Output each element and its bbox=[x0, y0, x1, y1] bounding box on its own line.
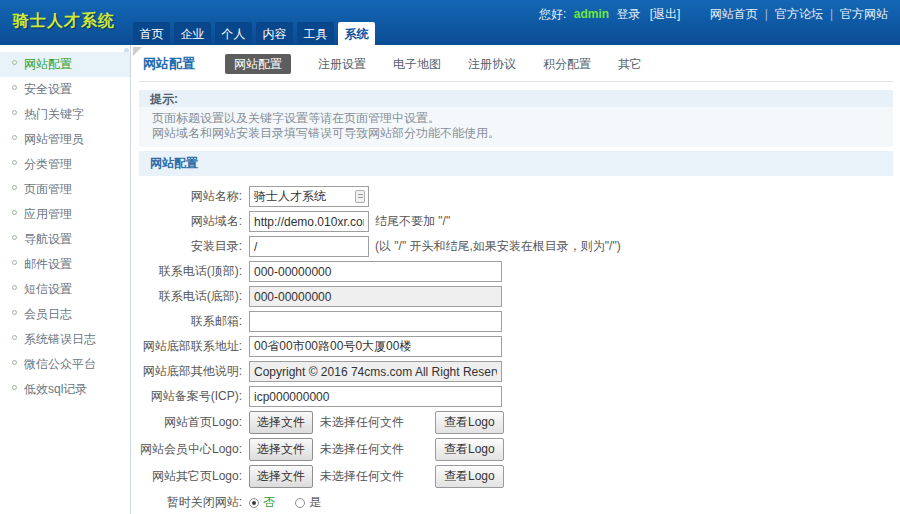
sidebar-item-3[interactable]: 热门关键字 bbox=[0, 102, 130, 127]
form-row-footer-note: 网站底部其他说明: bbox=[139, 361, 893, 382]
site-domain-input[interactable] bbox=[249, 211, 369, 232]
sidebar-item-14[interactable]: 低效sql记录 bbox=[0, 377, 130, 402]
sidebar-item-2[interactable]: 安全设置 bbox=[0, 77, 130, 102]
top-link-3[interactable]: 官方网站 bbox=[840, 7, 888, 21]
content-tab-1[interactable]: 网站配置 bbox=[225, 54, 291, 74]
site-closed-radio-button-1[interactable] bbox=[249, 498, 259, 508]
icp-number-input[interactable] bbox=[249, 386, 502, 407]
content-tabs: 网站配置注册设置电子地图注册协议积分配置其它 bbox=[225, 56, 669, 73]
content-tab-5[interactable]: 积分配置 bbox=[543, 57, 591, 71]
content-tab-6[interactable]: 其它 bbox=[618, 57, 642, 71]
site-closed-radio-label-2: 是 bbox=[309, 494, 321, 511]
install-dir-input[interactable] bbox=[249, 236, 369, 257]
sidebar-item-label: 短信设置 bbox=[24, 282, 72, 296]
sidebar-item-11[interactable]: 会员日志 bbox=[0, 302, 130, 327]
home-logo-view-logo-button[interactable]: 查看Logo bbox=[435, 411, 504, 434]
member-logo-view-logo-button[interactable]: 查看Logo bbox=[435, 438, 504, 461]
bullet-icon bbox=[12, 85, 17, 90]
sidebar-item-4[interactable]: 网站管理员 bbox=[0, 127, 130, 152]
top-link-1[interactable]: 网站首页 bbox=[710, 7, 758, 21]
site-name-input[interactable] bbox=[249, 186, 369, 207]
site-domain-input-wrap bbox=[249, 211, 369, 232]
nav-tab-4[interactable]: 内容 bbox=[256, 22, 293, 45]
contact-email-input[interactable] bbox=[249, 311, 502, 332]
form-row-phone-bottom: 联系电话(底部): bbox=[139, 286, 893, 307]
site-closed-radio-option-2[interactable]: 是 bbox=[295, 494, 321, 511]
notice-box: 提示: 页面标题设置以及关键字设置等请在页面管理中设置。网站域名和网站安装目录填… bbox=[139, 90, 893, 147]
corner-fold-icon bbox=[133, 47, 142, 56]
phone-top-input[interactable] bbox=[249, 261, 502, 282]
body: 网站配置安全设置热门关键字网站管理员分类管理页面管理应用管理导航设置邮件设置短信… bbox=[0, 45, 900, 514]
form-row-site-domain: 网站域名:结尾不要加 "/" bbox=[139, 211, 893, 232]
login-link[interactable]: 登录 bbox=[616, 7, 640, 21]
nav-tab-5[interactable]: 工具 bbox=[297, 22, 334, 45]
user-bar: 您好: admin 登录 [退出] 网站首页|官方论坛|官方网站 bbox=[539, 6, 888, 23]
app-header: 骑士人才系统 您好: admin 登录 [退出] 网站首页|官方论坛|官方网站 … bbox=[0, 0, 900, 45]
sidebar: 网站配置安全设置热门关键字网站管理员分类管理页面管理应用管理导航设置邮件设置短信… bbox=[0, 45, 131, 514]
other-logo-file-status: 未选择任何文件 bbox=[320, 468, 404, 485]
sidebar-item-5[interactable]: 分类管理 bbox=[0, 152, 130, 177]
page: 骑士人才系统 您好: admin 登录 [退出] 网站首页|官方论坛|官方网站 … bbox=[0, 0, 900, 514]
sidebar-item-13[interactable]: 微信公众平台 bbox=[0, 352, 130, 377]
other-logo-view-logo-button[interactable]: 查看Logo bbox=[435, 465, 504, 488]
site-closed-radio-option-1[interactable]: 否 bbox=[249, 494, 275, 511]
form-row-site-name: 网站名称: bbox=[139, 186, 893, 207]
nav-tab-3[interactable]: 个人 bbox=[215, 22, 252, 45]
member-logo-label: 网站会员中心Logo: bbox=[139, 441, 242, 458]
title-bar: 网站配置 网站配置注册设置电子地图注册协议积分配置其它 bbox=[139, 49, 893, 82]
content-tab-4[interactable]: 注册协议 bbox=[468, 57, 516, 71]
phone-bottom-input[interactable] bbox=[249, 286, 502, 307]
footer-note-input[interactable] bbox=[249, 361, 502, 382]
nav-tab-1[interactable]: 首页 bbox=[133, 22, 170, 45]
app-logo[interactable]: 骑士人才系统 bbox=[13, 11, 115, 32]
link-separator: | bbox=[830, 7, 833, 21]
footer-address-input[interactable] bbox=[249, 336, 502, 357]
sidebar-item-8[interactable]: 导航设置 bbox=[0, 227, 130, 252]
site-closed-radio-label-1: 否 bbox=[263, 494, 275, 511]
sidebar-item-9[interactable]: 邮件设置 bbox=[0, 252, 130, 277]
member-logo-choose-file-button[interactable]: 选择文件 bbox=[249, 438, 313, 461]
bullet-icon bbox=[12, 60, 17, 65]
contact-email-input-wrap bbox=[249, 311, 502, 332]
nav-tab-2[interactable]: 企业 bbox=[174, 22, 211, 45]
site-links: 网站首页|官方论坛|官方网站 bbox=[710, 7, 888, 21]
form-row-icp-number: 网站备案号(ICP): bbox=[139, 386, 893, 407]
input-addon-icon bbox=[355, 190, 365, 203]
other-logo-choose-file-button[interactable]: 选择文件 bbox=[249, 465, 313, 488]
content-tab-3[interactable]: 电子地图 bbox=[393, 57, 441, 71]
sidebar-item-7[interactable]: 应用管理 bbox=[0, 202, 130, 227]
bullet-icon bbox=[12, 310, 17, 315]
sidebar-item-label: 系统错误日志 bbox=[24, 332, 96, 346]
bullet-icon bbox=[12, 185, 17, 190]
form-row-footer-address: 网站底部联系地址: bbox=[139, 336, 893, 357]
sidebar-item-6[interactable]: 页面管理 bbox=[0, 177, 130, 202]
form-row-install-dir: 安装目录:(以 "/" 开头和结尾,如果安装在根目录，则为"/") bbox=[139, 236, 893, 257]
sidebar-item-10[interactable]: 短信设置 bbox=[0, 277, 130, 302]
config-form: 网站名称:网站域名:结尾不要加 "/"安装目录:(以 "/" 开头和结尾,如果安… bbox=[139, 176, 893, 514]
bullet-icon bbox=[12, 260, 17, 265]
home-logo-label: 网站首页Logo: bbox=[139, 414, 242, 431]
site-closed-label: 暂时关闭网站: bbox=[139, 494, 242, 511]
top-link-2[interactable]: 官方论坛 bbox=[775, 7, 823, 21]
sidebar-item-label: 网站管理员 bbox=[24, 132, 84, 146]
sidebar-item-label: 导航设置 bbox=[24, 232, 72, 246]
sidebar-item-label: 邮件设置 bbox=[24, 257, 72, 271]
nav-tab-6[interactable]: 系统 bbox=[338, 22, 375, 45]
sidebar-item-1[interactable]: 网站配置 bbox=[0, 52, 130, 77]
footer-address-label: 网站底部联系地址: bbox=[139, 338, 242, 355]
form-row-member-logo: 网站会员中心Logo:选择文件未选择任何文件查看Logo bbox=[139, 438, 893, 461]
nav-tabs: 首页企业个人内容工具系统 bbox=[133, 22, 379, 45]
bullet-icon bbox=[12, 385, 17, 390]
notice-line-2: 网站域名和网站安装目录填写错误可导致网站部分功能不能使用。 bbox=[152, 126, 880, 141]
site-domain-hint: 结尾不要加 "/" bbox=[375, 213, 450, 230]
home-logo-file-status: 未选择任何文件 bbox=[320, 414, 404, 431]
sidebar-item-label: 会员日志 bbox=[24, 307, 72, 321]
sidebar-item-label: 页面管理 bbox=[24, 182, 72, 196]
logout-link[interactable]: [退出] bbox=[650, 7, 681, 21]
phone-top-label: 联系电话(顶部): bbox=[139, 263, 242, 280]
sidebar-item-12[interactable]: 系统错误日志 bbox=[0, 327, 130, 352]
site-closed-radio-button-2[interactable] bbox=[295, 498, 305, 508]
home-logo-choose-file-button[interactable]: 选择文件 bbox=[249, 411, 313, 434]
username[interactable]: admin bbox=[574, 7, 609, 21]
content-tab-2[interactable]: 注册设置 bbox=[318, 57, 366, 71]
